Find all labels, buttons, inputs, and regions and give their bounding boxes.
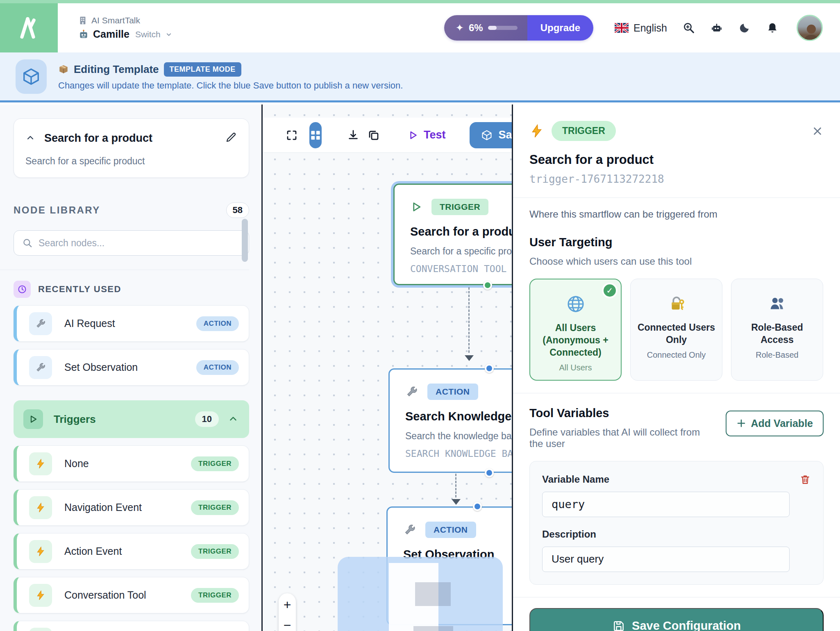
floppy-disk-icon [612,620,625,631]
node-library-label: NODE LIBRARY [14,204,100,216]
trigger-item-none[interactable]: None TRIGGER [14,445,249,482]
divider [513,197,840,198]
collapse-chevron-icon[interactable] [25,133,35,143]
minimap[interactable] [338,557,503,631]
user-targeting-subtitle: Choose which users can use this tool [529,256,824,267]
robot-icon [711,22,723,34]
target-option-sub: All Users [536,363,615,372]
wrench-icon [405,385,418,398]
flow-canvas[interactable]: Test Save TRIGGER [263,104,513,631]
add-variable-button[interactable]: Add Variable [726,411,824,436]
download-button[interactable] [347,129,359,141]
node-item-ai-request[interactable]: AI Request ACTION [14,305,249,342]
banner-subtitle: Changes will update the template. Click … [58,80,403,91]
notifications-button[interactable] [766,22,779,34]
lightning-icon [35,546,46,557]
node-item-set-observation[interactable]: Set Observation ACTION [14,349,249,386]
search-icon [22,238,33,248]
input-handle[interactable] [473,502,482,511]
usage-progress-fill [488,26,497,30]
variable-name-label: Variable Name [542,474,609,485]
divider [513,597,840,597]
edge-connector [455,474,456,497]
variable-name-input[interactable] [542,492,790,517]
trigger-item-navigation-event[interactable]: Navigation Event TRIGGER [14,489,249,526]
save-label: Save [499,129,513,141]
usage-upgrade-pill[interactable]: ✦ 6% Upgrade [444,15,593,41]
app-window: AI SmartTalk Camille Switch ✦ [0,0,840,631]
play-icon-box [23,409,43,429]
trigger-item-label: Navigation Event [64,502,142,513]
node-item-label: Set Observation [64,361,138,373]
template-mode-banner: Editing Template TEMPLATE MODE Changes w… [0,52,840,102]
node-code: CONVERSATION_TOOL [410,263,513,274]
user-avatar[interactable] [797,15,823,41]
variable-description-input[interactable] [542,547,790,572]
save-template-button[interactable]: Save [470,122,513,148]
banner-text: Editing Template TEMPLATE MODE Changes w… [58,62,403,91]
lightning-icon-box [29,452,52,475]
trash-icon [799,474,811,485]
search-input[interactable] [39,238,241,249]
usage-meter: ✦ 6% [444,15,527,41]
delete-variable-button[interactable] [799,474,811,485]
language-selector[interactable]: English [615,22,667,34]
canvas-toolbar: Test Save [263,118,512,153]
trigger-badge: TRIGGER [191,456,239,471]
triggers-group-header[interactable]: Triggers 10 [14,400,249,438]
brand-logo[interactable] [0,3,58,52]
target-option-connected-only[interactable]: Connected Users Only Connected Only [630,279,722,381]
tool-variables-title: Tool Variables [529,406,710,420]
output-handle[interactable] [485,468,494,477]
fullscreen-button[interactable] [286,129,298,141]
node-title: Search for a product [410,225,513,238]
user-targeting-title: User Targeting [529,236,824,249]
layout-grid-button[interactable] [309,122,322,148]
language-label: English [633,22,667,34]
switch-label[interactable]: Switch [135,30,161,39]
save-configuration-button[interactable]: Save Configuration [529,608,824,631]
save-configuration-label: Save Configuration [632,619,741,631]
node-type-badge: TRIGGER [431,199,488,215]
target-option-all-users[interactable]: ✓ All Users (Anonymous + Connected) All … [529,279,622,381]
flow-title: Search for a product [44,132,152,145]
edit-flow-button[interactable] [225,131,237,145]
output-handle[interactable] [483,281,492,290]
zoom-search-button[interactable] [683,22,695,34]
grid-icon [309,129,322,141]
flow-node-trigger[interactable]: TRIGGER Search for a product Search for … [393,184,513,285]
node-type-badge: ACTION [427,384,478,400]
assistant-button[interactable] [711,22,723,34]
test-button[interactable]: Test [408,129,446,141]
bot-switcher[interactable]: Camille Switch [78,28,173,40]
target-option-role-based[interactable]: Role-Based Access Role-Based [731,279,823,381]
trigger-item-label: Conversation Tool [64,589,146,601]
input-handle[interactable] [485,364,494,373]
top-accent-strip [0,0,840,3]
zoom-out-button[interactable]: − [284,619,291,631]
sidebar-scrollbar[interactable] [242,219,248,262]
upgrade-button[interactable]: Upgrade [527,15,593,41]
wrench-icon-box [29,312,52,335]
users-icon [768,294,787,313]
trigger-item-action-event[interactable]: Action Event TRIGGER [14,533,249,570]
trigger-item-label: None [64,458,89,470]
close-panel-button[interactable] [811,125,824,137]
action-badge: ACTION [196,360,239,375]
target-option-sub: Role-Based [737,350,817,360]
dark-mode-toggle[interactable] [738,22,751,34]
trigger-id: trigger-1767113272218 [529,173,824,185]
node-library-count: 58 [226,202,249,218]
flow-node-search-knowledge[interactable]: ACTION Search Knowledge Base Search the … [388,368,513,473]
node-library-sidebar: Search for a product Search for a specif… [0,104,263,631]
trigger-item-partial[interactable] [14,621,249,631]
edge-connector [468,287,470,353]
triggers-count-badge: 10 [195,411,219,427]
trigger-item-conversation-tool[interactable]: Conversation Tool TRIGGER [14,577,249,613]
node-search[interactable] [14,230,249,256]
zoom-in-button[interactable]: + [284,598,291,611]
trigger-item-label: Action Event [64,545,122,557]
test-label: Test [424,129,446,141]
duplicate-button[interactable] [368,129,380,141]
user-targeting-options: ✓ All Users (Anonymous + Connected) All … [529,279,824,381]
